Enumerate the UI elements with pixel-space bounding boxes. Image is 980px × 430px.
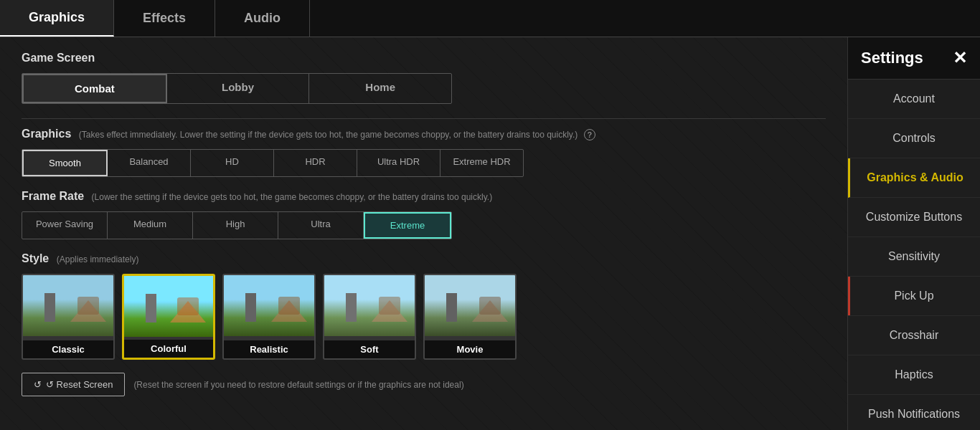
sidebar-header: Settings ✕ [848, 37, 980, 80]
reset-icon: ↺ [34, 379, 42, 390]
tab-graphics[interactable]: Graphics [0, 0, 114, 37]
style-section: Style (Applies immediately) Classic Colo… [22, 252, 826, 360]
opt-extreme-hdr[interactable]: Extreme HDR [440, 150, 523, 176]
frame-medium[interactable]: Medium [108, 212, 193, 239]
frame-ultra[interactable]: Ultra [278, 212, 364, 239]
frame-extreme[interactable]: Extreme [364, 212, 451, 239]
style-movie[interactable]: Movie [423, 274, 517, 360]
mountain-icon [472, 300, 508, 322]
top-tab-bar: Graphics Effects Audio [0, 0, 980, 37]
style-classic[interactable]: Classic [22, 274, 115, 360]
style-classic-img [23, 275, 113, 336]
opt-hd[interactable]: HD [191, 150, 274, 176]
frame-rate-label: Frame Rate (Lower the setting if the dev… [22, 190, 826, 203]
mountain-icon [70, 300, 106, 322]
style-soft-label: Soft [324, 340, 415, 358]
style-colorful-img [124, 276, 213, 337]
sidebar-item-customize-buttons[interactable]: Customize Buttons [848, 198, 980, 237]
sidebar-item-controls[interactable]: Controls [848, 119, 980, 158]
tab-audio[interactable]: Audio [215, 0, 310, 37]
sidebar-item-haptics[interactable]: Haptics [848, 355, 980, 395]
tab-combat[interactable]: Combat [22, 74, 167, 103]
mountain-icon [271, 300, 307, 322]
settings-title: Settings [861, 49, 923, 67]
style-realistic[interactable]: Realistic [222, 274, 316, 360]
graphics-help-icon[interactable]: ? [584, 129, 595, 140]
tab-lobby[interactable]: Lobby [167, 74, 310, 103]
style-soft-img [324, 275, 415, 336]
style-cards: Classic Colorful Realistic [22, 274, 826, 360]
style-realistic-label: Realistic [224, 340, 314, 358]
style-colorful-label: Colorful [124, 340, 213, 358]
sidebar: Settings ✕ Account Controls Graphics & A… [847, 37, 980, 430]
game-screen-tabs: Combat Lobby Home [22, 73, 452, 104]
opt-hdr[interactable]: HDR [274, 150, 357, 176]
reset-section: ↺ ↺ Reset Screen (Reset the screen if yo… [22, 373, 826, 396]
tab-home[interactable]: Home [309, 74, 451, 103]
graphics-quality-section: Graphics (Takes effect immediately. Lowe… [22, 128, 826, 177]
close-button[interactable]: ✕ [953, 48, 967, 68]
frame-rate-section: Frame Rate (Lower the setting if the dev… [22, 190, 826, 239]
reset-desc: (Reset the screen if you need to restore… [133, 380, 463, 390]
divider-1 [22, 118, 826, 119]
sidebar-item-graphics-audio[interactable]: Graphics & Audio [848, 158, 980, 198]
style-realistic-img [224, 275, 314, 336]
mountain-icon [170, 301, 206, 322]
tab-effects[interactable]: Effects [114, 0, 215, 37]
game-screen-label: Game Screen [22, 52, 826, 64]
style-soft[interactable]: Soft [323, 274, 416, 360]
style-label: Style (Applies immediately) [22, 252, 826, 265]
style-colorful[interactable]: Colorful [122, 274, 215, 360]
sidebar-item-crosshair[interactable]: Crosshair [848, 316, 980, 355]
content-area: Game Screen Combat Lobby Home Graphics (… [0, 37, 847, 430]
frame-rate-options: Power Saving Medium High Ultra Extreme [22, 211, 452, 239]
sidebar-item-pick-up[interactable]: Pick Up [848, 277, 980, 316]
mountain-icon [372, 300, 407, 322]
reset-screen-button[interactable]: ↺ ↺ Reset Screen [22, 373, 125, 396]
opt-balanced[interactable]: Balanced [108, 150, 191, 176]
sidebar-item-sensitivity[interactable]: Sensitivity [848, 237, 980, 277]
game-screen-section: Game Screen Combat Lobby Home [22, 52, 826, 104]
style-movie-img [425, 275, 515, 336]
frame-power-saving[interactable]: Power Saving [22, 212, 108, 239]
graphics-options: Smooth Balanced HD HDR Ultra HDR Extreme… [22, 149, 524, 177]
opt-ultra-hdr[interactable]: Ultra HDR [357, 150, 440, 176]
sidebar-item-account[interactable]: Account [848, 80, 980, 119]
main-layout: Game Screen Combat Lobby Home Graphics (… [0, 37, 980, 430]
frame-high[interactable]: High [193, 212, 278, 239]
sidebar-item-push-notifications[interactable]: Push Notifications [848, 395, 980, 430]
opt-smooth[interactable]: Smooth [22, 150, 108, 176]
style-movie-label: Movie [425, 340, 515, 358]
graphics-label: Graphics (Takes effect immediately. Lowe… [22, 128, 826, 140]
style-classic-label: Classic [23, 340, 113, 358]
